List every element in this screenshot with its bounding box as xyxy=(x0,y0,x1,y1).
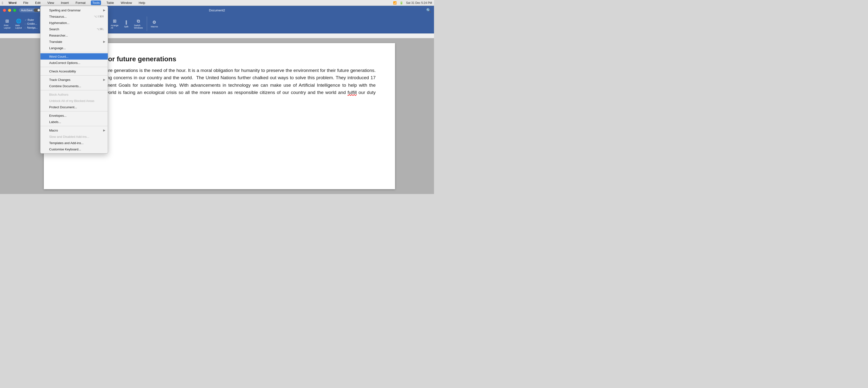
templates-label: Templates and Add-ins... xyxy=(49,141,104,145)
separator-3 xyxy=(40,75,108,76)
thesaurus-label: Thesaurus... xyxy=(49,15,89,19)
battery-icon: 🔋 xyxy=(400,1,403,5)
traffic-lights xyxy=(3,9,16,12)
arrange-all-label: ArrangeAll xyxy=(111,24,118,29)
menu-item-slow-addins: Slow and Disabled Add-ins... xyxy=(40,133,108,140)
menu-item-customise-keyboard[interactable]: Customise Keyboard... xyxy=(40,146,108,152)
document-body[interactable]: Saving energy for future generations is … xyxy=(63,67,376,104)
menu-item-help[interactable]: Help xyxy=(137,0,147,5)
ruler-checkbox[interactable]: Ruler xyxy=(28,19,34,21)
accessibility-label: Check Accessibility xyxy=(49,69,104,73)
menu-item-file[interactable]: File xyxy=(22,0,30,5)
track-changes-arrow: ▶ xyxy=(103,78,105,81)
menu-item-spelling-grammar[interactable]: Spelling and Grammar ▶ xyxy=(40,7,108,13)
document-title: Document2 xyxy=(209,8,225,12)
menu-item-word-count[interactable]: Word Count... xyxy=(40,53,108,60)
gridlines-checkbox[interactable]: Gridlin... xyxy=(27,22,37,25)
customise-label: Customise Keyboard... xyxy=(49,148,104,151)
menu-item-thesaurus[interactable]: Thesaurus... ⌥⇧⌘R xyxy=(40,13,108,20)
ribbon-arrange-all[interactable]: ⊞ ArrangeAll xyxy=(109,18,120,30)
language-label: Language... xyxy=(49,46,104,50)
menu-bar-left:  Word File Edit View Insert Format Tool… xyxy=(2,0,147,5)
menu-item-autocorrect[interactable]: AutoCorrect Options... xyxy=(40,60,108,66)
macros-icon: ⚙ xyxy=(152,20,156,25)
menu-item-templates-addins[interactable]: Templates and Add-ins... xyxy=(40,140,108,146)
ribbon-divider-1 xyxy=(40,17,40,31)
menu-item-check-accessibility[interactable]: Check Accessibility xyxy=(40,68,108,74)
menu-item-translate[interactable]: Translate ▶ xyxy=(40,38,108,45)
menu-item-envelopes[interactable]: Envelopes... xyxy=(40,112,108,119)
hyphenation-label: Hyphenation... xyxy=(49,21,104,25)
clock: Sat 31 Dec 5:24 PM xyxy=(406,1,432,5)
menu-item-researcher[interactable]: Researcher... xyxy=(40,32,108,38)
menu-item-unblock-all: Unblock All of my Blocked Areas xyxy=(40,98,108,104)
translate-label: Translate xyxy=(49,40,104,43)
menu-item-macro[interactable]: Macro ▶ xyxy=(40,127,108,133)
web-layout-icon: 🌐 xyxy=(16,19,21,24)
search-label: Search xyxy=(49,27,92,31)
menu-item-window[interactable]: Window xyxy=(119,0,133,5)
menu-item-language[interactable]: Language... xyxy=(40,45,108,51)
translate-submenu-arrow: ▶ xyxy=(103,40,105,43)
autosave-label: AutoSave xyxy=(21,9,33,11)
protect-label: Protect Document... xyxy=(49,106,104,109)
unblock-label: Unblock All of my Blocked Areas xyxy=(49,99,104,103)
close-button[interactable] xyxy=(3,9,6,12)
menu-bar:  Word File Edit View Insert Format Tool… xyxy=(0,0,434,6)
autocorrect-label: AutoCorrect Options... xyxy=(49,61,104,65)
maximize-button[interactable] xyxy=(13,9,16,12)
switch-windows-label: SwitchWindows xyxy=(134,24,143,29)
document-heading: Save Energy for future generations xyxy=(63,55,376,63)
search-shortcut: ⌥⌘L xyxy=(92,28,104,31)
left-sidebar xyxy=(0,38,5,194)
split-label: Split xyxy=(124,25,128,28)
split-icon: ∥ xyxy=(125,20,127,25)
slow-addins-label: Slow and Disabled Add-ins... xyxy=(49,135,104,139)
print-layout-icon: ⊞ xyxy=(5,19,9,24)
menu-item-tools[interactable]: Tools xyxy=(91,0,101,5)
labels-label: Labels... xyxy=(49,120,104,124)
switch-windows-icon: ⧉ xyxy=(137,19,140,24)
menu-item-insert[interactable]: Insert xyxy=(59,0,70,5)
menu-item-combine-documents[interactable]: Combine Documents... xyxy=(40,83,108,89)
combine-label: Combine Documents... xyxy=(49,84,104,88)
thesaurus-shortcut: ⌥⇧⌘R xyxy=(89,15,104,18)
autosave-toggle[interactable] xyxy=(34,8,40,12)
word-count-label: Word Count... xyxy=(49,55,104,58)
menu-item-search[interactable]: Search ⌥⌘L xyxy=(40,26,108,32)
envelopes-label: Envelopes... xyxy=(49,114,104,117)
macro-arrow: ▶ xyxy=(103,129,105,132)
apple-menu-icon[interactable]:  xyxy=(2,1,3,5)
spelling-label: Spelling and Grammar xyxy=(49,8,104,12)
print-layout-label: PrintLayout xyxy=(4,24,10,29)
menu-item-hyphenation[interactable]: Hyphenation... xyxy=(40,20,108,26)
search-title-icon[interactable]: 🔍 xyxy=(426,8,431,12)
menu-item-protect-document[interactable]: Protect Document... xyxy=(40,104,108,110)
spelling-submenu-arrow: ▶ xyxy=(103,8,105,12)
macro-label: Macro xyxy=(49,129,104,132)
ribbon-split[interactable]: ∥ Split xyxy=(121,19,131,29)
navigation-checkbox[interactable]: Naviga... xyxy=(27,26,37,29)
track-changes-label: Track Changes xyxy=(49,78,104,82)
menu-item-word[interactable]: Word xyxy=(7,0,18,5)
separator-4 xyxy=(40,90,108,90)
ribbon-web-layout[interactable]: 🌐 WebLayout xyxy=(13,18,24,30)
ribbon-macros[interactable]: ⚙ Macros xyxy=(149,19,160,29)
ribbon-switch-windows[interactable]: ⧉ SwitchWindows xyxy=(132,18,145,30)
menu-item-labels[interactable]: Labels... xyxy=(40,119,108,125)
researcher-label: Researcher... xyxy=(49,34,104,37)
block-authors-label: Block Authors xyxy=(49,93,104,96)
menu-item-view[interactable]: View xyxy=(46,0,56,5)
menu-item-track-changes[interactable]: Track Changes ▶ xyxy=(40,77,108,83)
menu-item-edit[interactable]: Edit xyxy=(34,0,42,5)
web-layout-label: WebLayout xyxy=(15,24,22,29)
title-bar-right: 🔍 xyxy=(426,8,431,12)
ribbon-print-layout[interactable]: ⊞ PrintLayout xyxy=(2,18,12,30)
menu-bar-right: 📶 🔋 Sat 31 Dec 5:24 PM xyxy=(393,1,432,5)
menu-item-block-authors: Block Authors xyxy=(40,91,108,98)
menu-item-format[interactable]: Format xyxy=(74,0,87,5)
wifi-icon: 📶 xyxy=(393,1,397,5)
menu-item-table[interactable]: Table xyxy=(105,0,115,5)
minimize-button[interactable] xyxy=(8,9,11,12)
misspelled-word: fulfill xyxy=(347,90,357,95)
